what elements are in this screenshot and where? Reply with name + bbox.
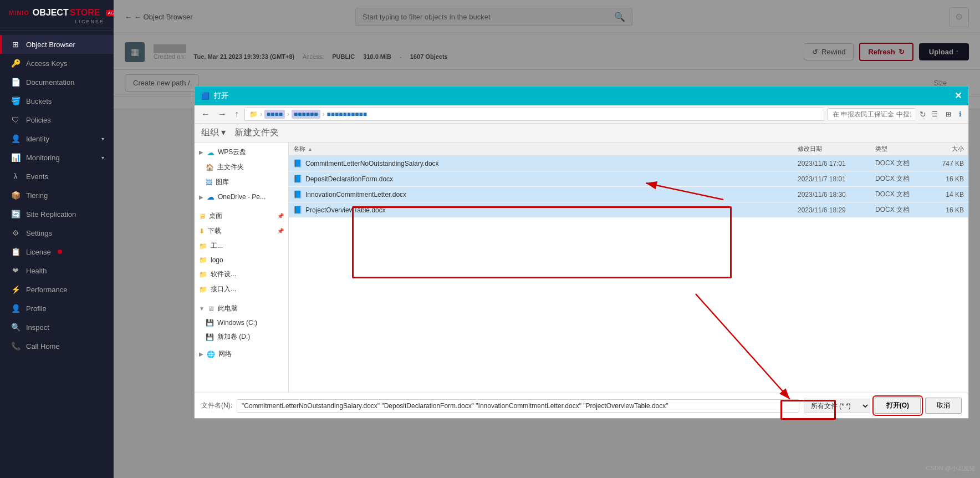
filename-label: 文件名(N): <box>201 401 232 410</box>
col-date-header[interactable]: 修改日期 <box>798 145 875 153</box>
sidebar-item-health[interactable]: ❤ Health <box>0 261 113 280</box>
buckets-icon: 🪣 <box>11 96 21 105</box>
size-header-label: 大小 <box>952 145 964 152</box>
cancel-button[interactable]: 取消 <box>925 398 962 414</box>
home-icon: 🏠 <box>206 164 214 171</box>
nav-up-button[interactable]: ↑ <box>232 108 241 120</box>
col-size-header[interactable]: 大小 <box>920 145 964 153</box>
sidebar-item-license[interactable]: 📋 License <box>0 242 113 261</box>
organize-button[interactable]: 组织 ▾ <box>199 126 228 140</box>
sidebar-item-site-replication[interactable]: 🔄 Site Replication <box>0 205 113 223</box>
site-replication-icon: 🔄 <box>11 210 21 218</box>
sidebar-windows-c[interactable]: 💾 Windows (C:) <box>195 316 288 329</box>
watermark: CSDN @小花皮猪 <box>926 464 976 472</box>
file-type-3: DOCX 文档 <box>875 190 920 199</box>
inspect-icon: 🔍 <box>11 323 21 332</box>
file-dialog: 🟦 打开 ✕ ← → ↑ 📁 › ■■■■ › ■■■■■■ › ■■■■■■■… <box>194 86 969 419</box>
file-row-4[interactable]: 📘 ProjectOverviewTable.docx 2023/11/6 18… <box>289 202 968 218</box>
file-row-3[interactable]: 📘 InnovationCommitmentLetter.docx 2023/1… <box>289 187 968 202</box>
sidebar-this-pc-label: 此电脑 <box>218 304 238 313</box>
file-type-4: DOCX 文档 <box>875 205 920 215</box>
identity-icon: 👤 <box>11 134 21 143</box>
sidebar-item-label: Call Home <box>26 342 60 350</box>
sidebar-main-label: 主文件夹 <box>217 162 244 172</box>
sidebar-item-profile[interactable]: 👤 Profile <box>0 299 113 318</box>
sidebar-network[interactable]: ▶ 🌐 网络 <box>195 347 288 362</box>
sidebar-item-events[interactable]: λ Events <box>0 167 113 186</box>
path-item-3[interactable]: ■■■■■■■■■■ <box>327 110 367 118</box>
path-item-1[interactable]: ■■■■ <box>264 110 285 119</box>
sidebar-divider <box>195 204 288 209</box>
sidebar-item-performance[interactable]: ⚡ Performance <box>0 280 113 299</box>
file-date-1: 2023/11/6 17:01 <box>798 160 875 167</box>
sidebar-images-label: 图库 <box>216 177 229 187</box>
filetype-select[interactable]: 所有文件 (*.*) <box>804 399 870 413</box>
path-item-2[interactable]: ■■■■■■ <box>292 110 320 119</box>
file-size-4: 16 KB <box>920 206 964 214</box>
file-size-3: 14 KB <box>920 191 964 199</box>
dialog-file-sidebar: ▶ ☁ WPS云盘 🏠 主文件夹 🖼 图库 ▶ ☁ <box>195 143 289 393</box>
sidebar-item-object-browser[interactable]: ⊞ Object Browser <box>0 35 113 54</box>
dialog-wps-icon: 🟦 <box>201 92 210 100</box>
sidebar-downloads[interactable]: ⬇ 下载 📌 <box>195 223 288 238</box>
sidebar-item-label: Profile <box>26 304 47 313</box>
expand-icon: ▶ <box>199 194 203 200</box>
close-icon[interactable]: ✕ <box>955 91 962 100</box>
sidebar-item-settings[interactable]: ⚙ Settings <box>0 223 113 242</box>
logo-object: OBJECT <box>33 8 69 18</box>
open-button[interactable]: 打开(O) <box>875 398 921 414</box>
sidebar-main-folder[interactable]: 🏠 主文件夹 <box>195 160 288 175</box>
dialog-file-list: 名称 ▲ 修改日期 类型 大小 📘 <box>289 143 968 393</box>
sidebar-windows-c-label: Windows (C:) <box>217 319 257 327</box>
sidebar-wps-cloud[interactable]: ▶ ☁ WPS云盘 <box>195 145 288 160</box>
sidebar-folder2[interactable]: 📁 软件设... <box>195 267 288 282</box>
sidebar-item-policies[interactable]: 🛡 Policies <box>0 110 113 129</box>
dialog-search-input[interactable] <box>828 108 916 120</box>
col-name-header[interactable]: 名称 ▲ <box>293 145 798 153</box>
open-label: 打开(O) <box>886 401 909 409</box>
file-type-1: DOCX 文档 <box>875 159 920 168</box>
sidebar-onedrive[interactable]: ▶ ☁ OneDrive - Pe... <box>195 190 288 204</box>
sidebar-item-buckets[interactable]: 🪣 Buckets <box>0 91 113 110</box>
call-home-icon: 📞 <box>11 342 21 350</box>
view-grid-button[interactable]: ⊞ <box>943 109 953 119</box>
dialog-toolbar: ← → ↑ 📁 › ■■■■ › ■■■■■■ › ■■■■■■■■■■ ↻ ☰… <box>195 105 968 124</box>
sidebar-network-label: 网络 <box>218 349 232 359</box>
access-keys-icon: 🔑 <box>11 59 21 68</box>
info-button[interactable]: ℹ <box>957 109 964 119</box>
sidebar-item-monitoring[interactable]: 📊 Monitoring ▾ <box>0 148 113 167</box>
sidebar-item-inspect[interactable]: 🔍 Inspect <box>0 318 113 337</box>
sidebar-item-identity[interactable]: 👤 Identity ▾ <box>0 129 113 148</box>
sidebar-folder-logo[interactable]: 📁 logo <box>195 253 288 267</box>
sidebar-item-call-home[interactable]: 📞 Call Home <box>0 337 113 355</box>
sidebar-desktop[interactable]: 🖥 桌面 📌 <box>195 209 288 223</box>
filename-input[interactable] <box>237 399 799 413</box>
sidebar-item-access-keys[interactable]: 🔑 Access Keys <box>0 54 113 73</box>
health-icon: ❤ <box>11 266 21 275</box>
sidebar-item-tiering[interactable]: 📦 Tiering <box>0 186 113 205</box>
images-icon: 🖼 <box>206 179 212 186</box>
nav-forward-button[interactable]: → <box>216 108 229 120</box>
chevron-down-icon: ▾ <box>101 136 104 142</box>
nav-back-button[interactable]: ← <box>199 108 212 120</box>
sidebar-new-vol-d[interactable]: 💾 新加卷 (D:) <box>195 329 288 344</box>
col-type-header[interactable]: 类型 <box>875 145 920 153</box>
license-icon: 📋 <box>11 247 21 256</box>
new-folder-button[interactable]: 新建文件夹 <box>232 126 281 140</box>
sidebar-folder3[interactable]: 📁 接口入... <box>195 282 288 297</box>
sidebar-item-documentation[interactable]: 📄 Documentation <box>0 73 113 91</box>
type-header-label: 类型 <box>875 145 887 152</box>
file-row-1[interactable]: 📘 CommitmentLetterNoOutstandingSalary.do… <box>289 156 968 171</box>
file-name-4: ProjectOverviewTable.docx <box>305 206 798 214</box>
expand-icon: ▶ <box>199 149 203 155</box>
sidebar-folder1[interactable]: 📁 工... <box>195 238 288 253</box>
sidebar-images[interactable]: 🖼 图库 <box>195 175 288 190</box>
sidebar-divider2 <box>195 297 288 301</box>
file-row-2[interactable]: 📘 DepositDeclarationForm.docx 2023/11/7 … <box>289 171 968 187</box>
sidebar-onedrive-label: OneDrive - Pe... <box>218 193 266 201</box>
dialog-refresh-button[interactable]: ↻ <box>920 110 926 119</box>
sidebar-this-pc[interactable]: ▼ 🖥 此电脑 <box>195 301 288 316</box>
monitoring-icon: 📊 <box>11 153 21 162</box>
file-date-2: 2023/11/7 18:01 <box>798 175 875 183</box>
view-list-button[interactable]: ☰ <box>930 109 940 119</box>
